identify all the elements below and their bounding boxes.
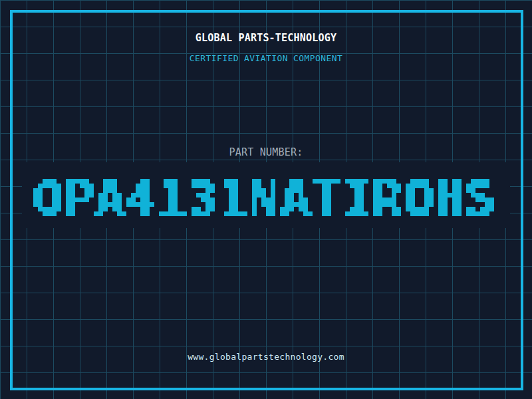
part-number-label: PART NUMBER: <box>0 146 532 158</box>
part-label-page: { "colors": { "background": "#111a2b", "… <box>0 0 532 399</box>
part-number-display: OPA4131NATIROHS <box>22 162 510 228</box>
part-number-pixel-text <box>29 165 503 225</box>
company-title: GLOBAL PARTS-TECHNOLOGY <box>0 32 532 44</box>
part-number-text: OPA4131NATIROHS <box>29 225 29 226</box>
certification-subtitle: CERTIFIED AVIATION COMPONENT <box>0 53 532 63</box>
website-url: www.globalpartstechnology.com <box>0 352 532 362</box>
